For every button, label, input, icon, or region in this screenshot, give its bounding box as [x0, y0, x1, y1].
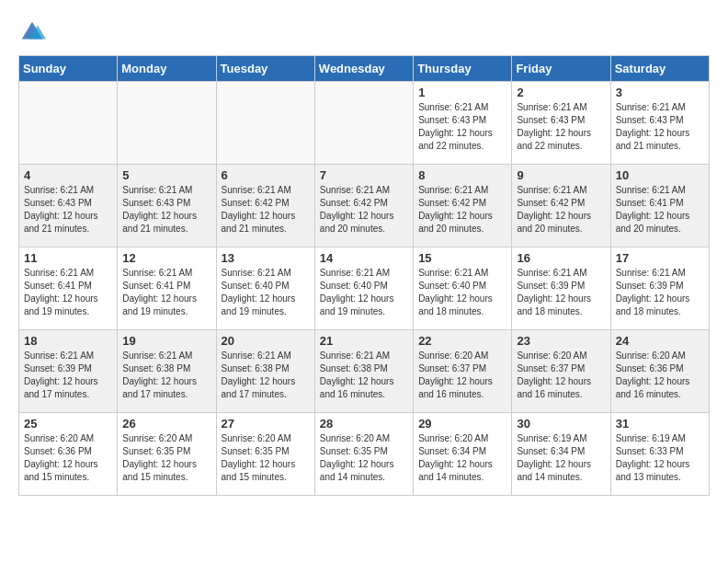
day-number: 28 [320, 417, 408, 431]
day-info: Sunrise: 6:21 AM Sunset: 6:39 PM Dayligh… [24, 350, 112, 401]
day-info: Sunrise: 6:21 AM Sunset: 6:43 PM Dayligh… [418, 101, 506, 153]
day-number: 6 [222, 168, 310, 182]
calendar-cell: 4Sunrise: 6:21 AM Sunset: 6:43 PM Daylig… [19, 165, 118, 247]
day-number: 17 [616, 251, 704, 265]
day-number: 10 [616, 168, 704, 182]
day-info: Sunrise: 6:21 AM Sunset: 6:39 PM Dayligh… [616, 267, 704, 318]
day-number: 4 [24, 168, 112, 182]
calendar-cell: 29Sunrise: 6:20 AM Sunset: 6:34 PM Dayli… [414, 413, 512, 496]
day-info: Sunrise: 6:21 AM Sunset: 6:41 PM Dayligh… [24, 267, 112, 318]
calendar-header-row: SundayMondayTuesdayWednesdayThursdayFrid… [19, 56, 710, 82]
calendar-header-tuesday: Tuesday [216, 56, 314, 82]
day-number: 24 [616, 334, 704, 348]
calendar-week-row: 1Sunrise: 6:21 AM Sunset: 6:43 PM Daylig… [19, 82, 710, 165]
day-info: Sunrise: 6:21 AM Sunset: 6:38 PM Dayligh… [222, 350, 310, 401]
calendar-table: SundayMondayTuesdayWednesdayThursdayFrid… [18, 55, 710, 496]
day-info: Sunrise: 6:19 AM Sunset: 6:33 PM Dayligh… [616, 432, 704, 484]
calendar-cell: 19Sunrise: 6:21 AM Sunset: 6:38 PM Dayli… [118, 330, 216, 413]
calendar-header-thursday: Thursday [414, 56, 512, 82]
calendar-cell: 1Sunrise: 6:21 AM Sunset: 6:43 PM Daylig… [414, 82, 512, 165]
calendar-cell: 18Sunrise: 6:21 AM Sunset: 6:39 PM Dayli… [19, 330, 118, 413]
calendar-cell: 28Sunrise: 6:20 AM Sunset: 6:35 PM Dayli… [314, 413, 413, 496]
calendar-cell: 23Sunrise: 6:20 AM Sunset: 6:37 PM Dayli… [512, 330, 610, 413]
calendar-cell: 25Sunrise: 6:20 AM Sunset: 6:36 PM Dayli… [19, 413, 118, 496]
calendar-cell: 22Sunrise: 6:20 AM Sunset: 6:37 PM Dayli… [414, 330, 512, 413]
day-info: Sunrise: 6:21 AM Sunset: 6:39 PM Dayligh… [517, 267, 605, 318]
day-info: Sunrise: 6:21 AM Sunset: 6:42 PM Dayligh… [320, 184, 408, 236]
day-info: Sunrise: 6:21 AM Sunset: 6:41 PM Dayligh… [122, 267, 210, 318]
day-number: 27 [222, 417, 310, 431]
calendar-cell [19, 82, 118, 165]
day-info: Sunrise: 6:21 AM Sunset: 6:40 PM Dayligh… [418, 267, 506, 318]
day-info: Sunrise: 6:20 AM Sunset: 6:37 PM Dayligh… [418, 350, 506, 401]
calendar-cell: 9Sunrise: 6:21 AM Sunset: 6:42 PM Daylig… [512, 165, 610, 247]
calendar-cell: 26Sunrise: 6:20 AM Sunset: 6:35 PM Dayli… [118, 413, 216, 496]
calendar-cell: 11Sunrise: 6:21 AM Sunset: 6:41 PM Dayli… [19, 247, 118, 330]
day-info: Sunrise: 6:20 AM Sunset: 6:35 PM Dayligh… [222, 432, 310, 484]
calendar-cell: 15Sunrise: 6:21 AM Sunset: 6:40 PM Dayli… [414, 247, 512, 330]
calendar-cell: 16Sunrise: 6:21 AM Sunset: 6:39 PM Dayli… [512, 247, 610, 330]
day-number: 2 [517, 86, 605, 99]
day-number: 7 [320, 168, 408, 182]
calendar-cell: 14Sunrise: 6:21 AM Sunset: 6:40 PM Dayli… [314, 247, 413, 330]
logo [18, 18, 50, 46]
day-info: Sunrise: 6:21 AM Sunset: 6:42 PM Dayligh… [222, 184, 310, 236]
day-number: 12 [122, 251, 210, 265]
calendar-cell [216, 82, 314, 165]
calendar-cell: 30Sunrise: 6:19 AM Sunset: 6:34 PM Dayli… [512, 413, 610, 496]
day-number: 11 [24, 251, 112, 265]
day-info: Sunrise: 6:20 AM Sunset: 6:34 PM Dayligh… [418, 432, 506, 484]
day-info: Sunrise: 6:20 AM Sunset: 6:37 PM Dayligh… [517, 350, 605, 401]
calendar-cell: 7Sunrise: 6:21 AM Sunset: 6:42 PM Daylig… [314, 165, 413, 247]
calendar-cell: 6Sunrise: 6:21 AM Sunset: 6:42 PM Daylig… [216, 165, 314, 247]
calendar-cell [118, 82, 216, 165]
day-info: Sunrise: 6:21 AM Sunset: 6:42 PM Dayligh… [418, 184, 506, 236]
day-info: Sunrise: 6:21 AM Sunset: 6:43 PM Dayligh… [616, 101, 704, 153]
calendar-cell: 21Sunrise: 6:21 AM Sunset: 6:38 PM Dayli… [314, 330, 413, 413]
day-number: 23 [517, 334, 605, 348]
day-number: 18 [24, 334, 112, 348]
calendar-week-row: 4Sunrise: 6:21 AM Sunset: 6:43 PM Daylig… [19, 165, 710, 247]
day-number: 20 [222, 334, 310, 348]
day-number: 8 [418, 168, 506, 182]
day-info: Sunrise: 6:20 AM Sunset: 6:35 PM Dayligh… [320, 432, 408, 484]
day-number: 5 [122, 168, 210, 182]
calendar-header-saturday: Saturday [610, 56, 709, 82]
day-info: Sunrise: 6:21 AM Sunset: 6:43 PM Dayligh… [517, 101, 605, 153]
calendar-header-friday: Friday [512, 56, 610, 82]
day-info: Sunrise: 6:20 AM Sunset: 6:36 PM Dayligh… [24, 432, 112, 484]
day-number: 16 [517, 251, 605, 265]
day-number: 1 [418, 86, 506, 99]
calendar-cell [314, 82, 413, 165]
day-info: Sunrise: 6:21 AM Sunset: 6:38 PM Dayligh… [320, 350, 408, 401]
day-number: 30 [517, 417, 605, 431]
calendar-header-sunday: Sunday [19, 56, 118, 82]
day-info: Sunrise: 6:20 AM Sunset: 6:36 PM Dayligh… [616, 350, 704, 401]
calendar-cell: 27Sunrise: 6:20 AM Sunset: 6:35 PM Dayli… [216, 413, 314, 496]
calendar-cell: 13Sunrise: 6:21 AM Sunset: 6:40 PM Dayli… [216, 247, 314, 330]
day-info: Sunrise: 6:21 AM Sunset: 6:41 PM Dayligh… [616, 184, 704, 236]
calendar-cell: 2Sunrise: 6:21 AM Sunset: 6:43 PM Daylig… [512, 82, 610, 165]
day-info: Sunrise: 6:21 AM Sunset: 6:38 PM Dayligh… [122, 350, 210, 401]
day-number: 14 [320, 251, 408, 265]
page-header [18, 18, 710, 46]
calendar-cell: 24Sunrise: 6:20 AM Sunset: 6:36 PM Dayli… [610, 330, 709, 413]
calendar-cell: 3Sunrise: 6:21 AM Sunset: 6:43 PM Daylig… [610, 82, 709, 165]
calendar-cell: 5Sunrise: 6:21 AM Sunset: 6:43 PM Daylig… [118, 165, 216, 247]
calendar-header-wednesday: Wednesday [314, 56, 413, 82]
day-number: 3 [616, 86, 704, 99]
calendar-cell: 12Sunrise: 6:21 AM Sunset: 6:41 PM Dayli… [118, 247, 216, 330]
calendar-cell: 10Sunrise: 6:21 AM Sunset: 6:41 PM Dayli… [610, 165, 709, 247]
day-info: Sunrise: 6:21 AM Sunset: 6:43 PM Dayligh… [24, 184, 112, 236]
calendar-week-row: 25Sunrise: 6:20 AM Sunset: 6:36 PM Dayli… [19, 413, 710, 496]
day-info: Sunrise: 6:19 AM Sunset: 6:34 PM Dayligh… [517, 432, 605, 484]
day-number: 13 [222, 251, 310, 265]
calendar-cell: 31Sunrise: 6:19 AM Sunset: 6:33 PM Dayli… [610, 413, 709, 496]
day-number: 19 [122, 334, 210, 348]
calendar-cell: 17Sunrise: 6:21 AM Sunset: 6:39 PM Dayli… [610, 247, 709, 330]
day-number: 25 [24, 417, 112, 431]
calendar-header-monday: Monday [118, 56, 216, 82]
day-number: 21 [320, 334, 408, 348]
calendar-cell: 20Sunrise: 6:21 AM Sunset: 6:38 PM Dayli… [216, 330, 314, 413]
calendar-week-row: 18Sunrise: 6:21 AM Sunset: 6:39 PM Dayli… [19, 330, 710, 413]
